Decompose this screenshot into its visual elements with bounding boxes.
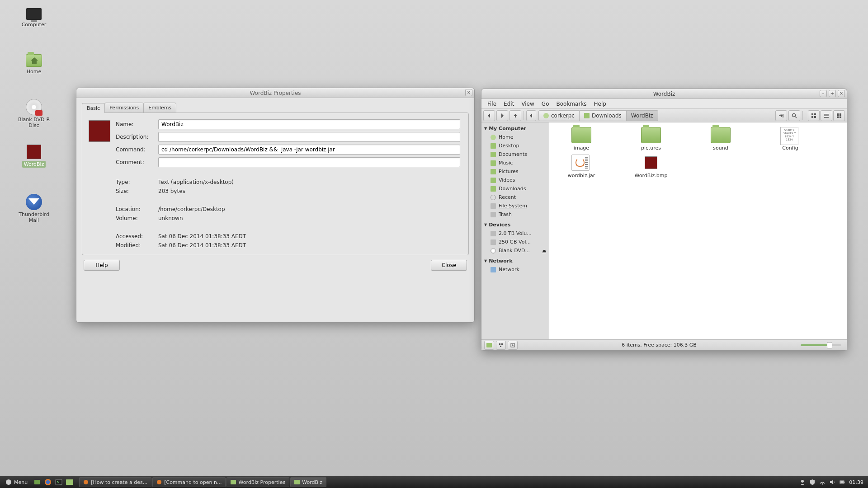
- description-input[interactable]: [158, 132, 460, 142]
- tab-permissions[interactable]: Permissions: [104, 103, 144, 113]
- sidebar-item-filesystem[interactable]: File System: [481, 202, 549, 210]
- clock[interactable]: 01:39: [849, 479, 863, 485]
- menu-file[interactable]: File: [484, 100, 500, 108]
- task-howto[interactable]: [How to create a des...: [79, 477, 151, 487]
- titlebar[interactable]: WordBiz Properties ×: [76, 88, 474, 98]
- file-label: pictures: [622, 145, 680, 151]
- launcher-icon-preview[interactable]: [89, 120, 110, 142]
- sidebar-item-pictures[interactable]: Pictures: [481, 167, 549, 176]
- slider-thumb[interactable]: [827, 342, 832, 348]
- minimize-button[interactable]: –: [820, 90, 827, 97]
- sidebar-item-home[interactable]: Home: [481, 133, 549, 141]
- desktop-icon-computer[interactable]: Computer: [14, 8, 54, 28]
- help-button[interactable]: Help: [84, 260, 120, 271]
- show-desktop-button[interactable]: [32, 477, 42, 487]
- comment-input[interactable]: [158, 157, 460, 167]
- name-input[interactable]: [158, 119, 460, 129]
- accessed-value: Sat 06 Dec 2014 01:38:33 AEDT: [158, 233, 460, 239]
- places-button[interactable]: [484, 341, 494, 350]
- file-item-wordbiz-bmp[interactable]: WordBiz.bmp: [622, 155, 680, 178]
- desktop-icon-label: Blank DVD-R Disc: [14, 117, 54, 128]
- sidebar-section-devices[interactable]: ▼Devices: [481, 221, 549, 229]
- desktop-icon-blank-dvd[interactable]: Blank DVD-R Disc: [14, 99, 54, 128]
- file-item-config[interactable]: STARTX STARTX Y 1834 Y 1834 Config: [761, 127, 820, 151]
- command-input[interactable]: [158, 145, 460, 155]
- sidebar-item-blank-dvd[interactable]: Blank DVD...⏏: [481, 246, 549, 255]
- svg-point-26: [157, 480, 161, 484]
- sidebar-item-videos[interactable]: Videos: [481, 176, 549, 184]
- folder-icon: [571, 127, 591, 143]
- sidebar-item-recent[interactable]: Recent: [481, 193, 549, 202]
- sidebar-section-label: Devices: [489, 222, 510, 228]
- path-back-button[interactable]: [526, 110, 536, 121]
- menu-view[interactable]: View: [518, 100, 537, 108]
- menu-help[interactable]: Help: [591, 100, 609, 108]
- maximize-button[interactable]: +: [829, 90, 836, 97]
- toggle-location-button[interactable]: [775, 110, 787, 121]
- menu-edit[interactable]: Edit: [500, 100, 517, 108]
- desktop-icon-label: Computer: [14, 22, 54, 28]
- up-button[interactable]: [509, 110, 521, 121]
- battery-icon[interactable]: [839, 479, 845, 485]
- breadcrumb-home[interactable]: corkerpc: [538, 110, 580, 121]
- close-button[interactable]: ×: [838, 90, 845, 97]
- search-button[interactable]: [788, 110, 800, 121]
- forward-button[interactable]: [496, 110, 508, 121]
- sidebar-section-my-computer[interactable]: ▼My Computer: [481, 124, 549, 133]
- sidebar-section-network[interactable]: ▼Network: [481, 257, 549, 265]
- file-item-pictures[interactable]: pictures: [622, 127, 680, 151]
- file-item-wordbiz-jar[interactable]: wordbiz.jar: [552, 155, 611, 178]
- close-button[interactable]: Close: [431, 260, 467, 271]
- view-icons-button[interactable]: [808, 110, 820, 121]
- sidebar-item-label: Trash: [499, 211, 512, 217]
- terminal-icon: >_: [55, 479, 62, 486]
- drive-icon: [491, 231, 496, 236]
- sidebar-item-label: 250 GB Vol...: [499, 239, 531, 245]
- task-wordbiz[interactable]: WordBiz: [290, 477, 326, 487]
- menu-bookmarks[interactable]: Bookmarks: [553, 100, 590, 108]
- desktop-icon-home[interactable]: Home: [14, 54, 54, 75]
- desktop-icon-wordbiz[interactable]: WordBiz: [14, 145, 54, 168]
- titlebar[interactable]: WordBiz – + ×: [481, 89, 847, 99]
- file-item-image[interactable]: image: [552, 127, 611, 151]
- eject-icon[interactable]: ⏏: [542, 249, 546, 253]
- zoom-slider[interactable]: [801, 344, 841, 346]
- shield-icon[interactable]: [809, 479, 816, 485]
- terminal-launcher[interactable]: >_: [54, 477, 64, 487]
- close-button[interactable]: ×: [465, 89, 472, 96]
- file-item-sound[interactable]: sound: [691, 127, 750, 151]
- svg-rect-13: [840, 115, 841, 117]
- start-menu-button[interactable]: Menu: [2, 477, 31, 487]
- desktop-icon-thunderbird[interactable]: Thunderbird Mail: [14, 194, 54, 223]
- breadcrumb-wordbiz[interactable]: WordBiz: [627, 110, 658, 121]
- sidebar-item-music[interactable]: Music: [481, 159, 549, 167]
- files-launcher[interactable]: [65, 477, 75, 487]
- sidebar-item-documents[interactable]: Documents: [481, 150, 549, 159]
- sidebar-item-trash[interactable]: Trash: [481, 210, 549, 219]
- sidebar-item-250gb[interactable]: 250 GB Vol...: [481, 238, 549, 246]
- accessed-label: Accessed:: [116, 233, 158, 239]
- back-button[interactable]: [483, 110, 495, 121]
- disc-icon: [26, 99, 42, 115]
- file-pane[interactable]: image pictures sound STARTX STARTX Y 183…: [549, 122, 847, 339]
- sidebar-item-2tb[interactable]: 2.0 TB Volu...: [481, 229, 549, 238]
- sidebar-item-network[interactable]: Network: [481, 265, 549, 274]
- view-compact-button[interactable]: [833, 110, 845, 121]
- view-list-button[interactable]: [821, 110, 832, 121]
- tree-button[interactable]: [496, 341, 506, 350]
- sidebar-item-desktop[interactable]: Desktop: [481, 141, 549, 150]
- task-properties[interactable]: WordBiz Properties: [226, 477, 289, 487]
- firefox-launcher[interactable]: [43, 477, 53, 487]
- file-label: Config: [761, 145, 820, 151]
- expand-button[interactable]: [508, 341, 518, 350]
- tab-emblems[interactable]: Emblems: [143, 103, 176, 113]
- network-icon[interactable]: [819, 479, 826, 485]
- sidebar-item-downloads[interactable]: Downloads: [481, 184, 549, 193]
- breadcrumb-downloads[interactable]: Downloads: [580, 110, 627, 121]
- task-command[interactable]: [Command to open n...: [152, 477, 226, 487]
- volume-icon[interactable]: [829, 479, 835, 485]
- user-icon[interactable]: [799, 479, 806, 485]
- tab-basic[interactable]: Basic: [82, 103, 105, 113]
- menu-go[interactable]: Go: [538, 100, 552, 108]
- home-icon: [491, 135, 496, 140]
